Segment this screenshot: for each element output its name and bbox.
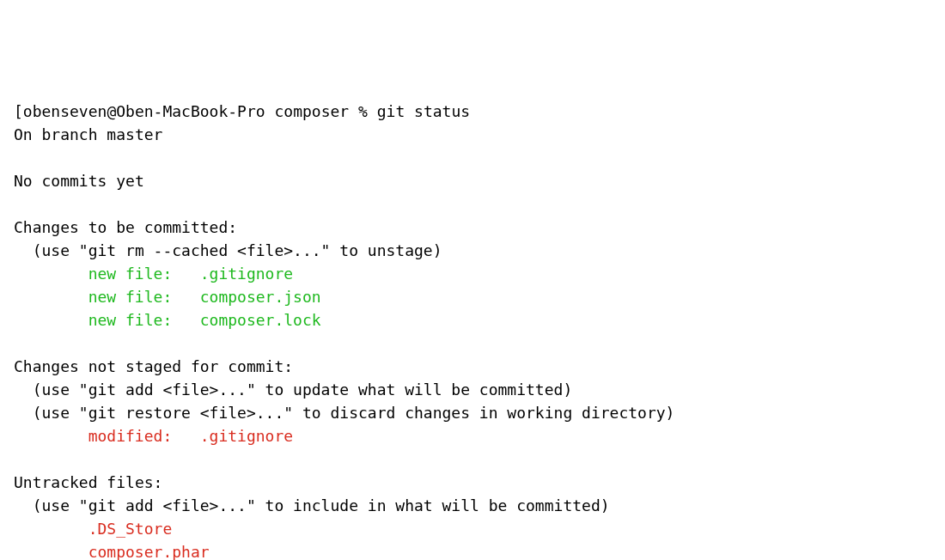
prompt-open-bracket: [ (14, 102, 23, 120)
command-text: git status (377, 102, 470, 120)
unstaged-files-list: modified: .gitignore (14, 424, 931, 447)
prompt-host: Oben-MacBook-Pro (116, 102, 265, 120)
prompt-symbol: % (358, 102, 368, 120)
unstaged-header: Changes not staged for commit: (14, 355, 931, 378)
unstaged-file-entry: modified: .gitignore (14, 424, 931, 447)
untracked-file-entry: .DS_Store (14, 517, 931, 540)
staged-file-entry: new file: composer.json (14, 285, 931, 308)
prompt-cwd: composer (274, 102, 349, 120)
prompt-line: [obenseven@Oben-MacBook-Pro composer % g… (14, 100, 931, 123)
staged-files-list: new file: .gitignorenew file: composer.j… (14, 262, 931, 332)
staged-header: Changes to be committed: (14, 216, 931, 239)
branch-line: On branch master (14, 123, 931, 146)
untracked-files-list: .DS_Storecomposer.pharinstaller (14, 517, 931, 560)
blank-line (14, 146, 931, 169)
untracked-header: Untracked files: (14, 471, 931, 494)
blank-line (14, 447, 931, 471)
prompt-at: @ (107, 102, 116, 120)
untracked-hint: (use "git add <file>..." to include in w… (14, 494, 931, 517)
unstaged-hint1: (use "git add <file>..." to update what … (14, 378, 931, 401)
staged-file-entry: new file: composer.lock (14, 308, 931, 332)
blank-line (14, 192, 931, 216)
prompt-user: obenseven (23, 102, 107, 120)
staged-hint: (use "git rm --cached <file>..." to unst… (14, 239, 931, 262)
blank-line (14, 332, 931, 355)
staged-file-entry: new file: .gitignore (14, 262, 931, 285)
no-commits-line: No commits yet (14, 169, 931, 192)
terminal-output[interactable]: [obenseven@Oben-MacBook-Pro composer % g… (14, 100, 931, 560)
untracked-file-entry: composer.phar (14, 540, 931, 560)
unstaged-hint2: (use "git restore <file>..." to discard … (14, 401, 931, 424)
